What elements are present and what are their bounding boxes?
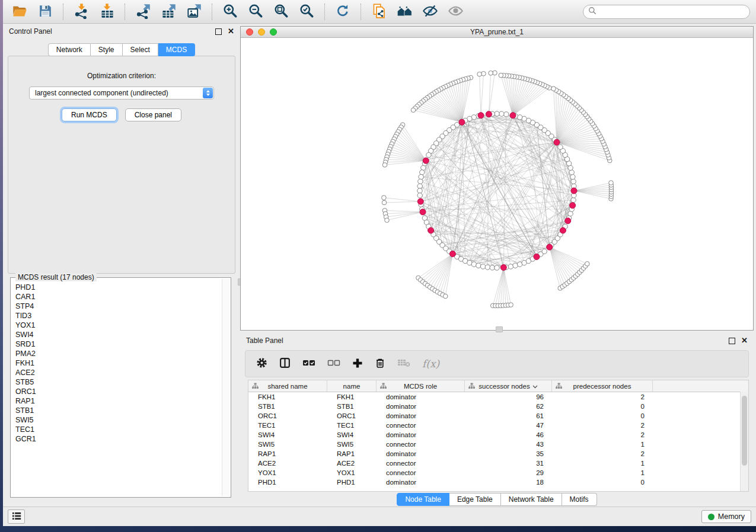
hub-node[interactable] [420,209,426,215]
fan-node[interactable] [509,303,513,307]
table-row[interactable]: RAP1RAP1dominator352 [248,449,748,459]
close-table-panel-icon[interactable]: ✕ [741,338,748,344]
fan-node[interactable] [443,294,448,299]
mcds-list-scrollbar[interactable] [222,279,229,496]
network-canvas[interactable] [241,37,753,330]
fan-node[interactable] [382,163,387,168]
mcds-result-item[interactable]: ACE2 [15,368,218,377]
fan-node[interactable] [411,108,416,113]
ring-node[interactable] [499,111,504,116]
table-row[interactable]: SWI5SWI5connector431 [248,440,748,449]
ring-node[interactable] [504,112,509,117]
import-table-button[interactable] [96,3,117,21]
fan-node[interactable] [382,196,387,200]
hub-node[interactable] [570,203,576,209]
hub-node[interactable] [571,188,577,194]
fan-node[interactable] [551,86,556,91]
column-header-MCDS-role[interactable]: MCDS role [377,380,465,392]
ring-node[interactable] [418,179,423,184]
mcds-result-item[interactable]: RAP1 [15,396,218,406]
close-window-icon[interactable] [246,28,253,36]
export-network-button[interactable] [132,3,154,21]
mcds-result-item[interactable]: STB1 [15,406,218,415]
zoom-out-button[interactable] [245,3,266,21]
ring-node[interactable] [570,174,575,179]
ring-node[interactable] [476,263,481,268]
hub-node[interactable] [565,218,571,224]
delete-column-button[interactable] [375,358,385,370]
close-panel-button[interactable]: Close panel [125,108,181,121]
hub-node[interactable] [510,113,516,118]
mcds-result-item[interactable]: STP4 [15,302,218,311]
mcds-result-item[interactable]: SWI5 [15,415,218,425]
hub-node[interactable] [478,113,484,118]
ring-node[interactable] [571,198,576,203]
table-scrollbar-thumb[interactable] [742,396,747,466]
ring-node[interactable] [569,170,574,175]
tab-select[interactable]: Select [123,43,158,56]
open-file-button[interactable] [9,3,30,21]
table-scrollbar[interactable] [740,392,748,491]
fan-node[interactable] [385,218,390,223]
ring-node[interactable] [480,264,485,269]
select-all-button[interactable] [302,358,315,370]
ring-node[interactable] [421,165,426,170]
fan-node[interactable] [382,200,387,205]
deselect-all-button[interactable] [327,358,340,370]
search-box[interactable] [583,5,750,19]
hide-selected-button[interactable] [419,3,441,21]
float-table-panel-icon[interactable] [729,338,735,344]
ring-node[interactable] [568,211,573,216]
ring-node[interactable] [571,179,576,184]
hub-node[interactable] [423,158,429,164]
table-row[interactable]: ACE2ACE2connector311 [248,459,748,468]
hub-node[interactable] [534,254,540,259]
zoom-in-button[interactable] [219,3,241,21]
open-session-houses-button[interactable] [394,3,415,21]
hub-node[interactable] [560,227,566,233]
hub-node[interactable] [554,139,560,145]
search-input[interactable] [599,7,745,17]
function-builder-button[interactable]: f(x) [422,358,439,370]
ring-node[interactable] [417,184,422,188]
close-panel-icon[interactable]: ✕ [228,28,234,34]
ring-node[interactable] [485,265,490,270]
network-window-titlebar[interactable]: YPA_prune.txt_1 [241,27,753,38]
table-row[interactable]: TEC1TEC1connector472 [248,421,748,430]
ring-node[interactable] [490,265,495,270]
hub-node[interactable] [428,227,434,233]
mcds-result-item[interactable]: SRD1 [15,339,218,349]
mcds-result-item[interactable]: FKH1 [15,358,218,368]
import-network-button[interactable] [71,3,92,21]
tab-mcds[interactable]: MCDS [158,43,195,56]
ring-node[interactable] [495,265,499,270]
fan-node[interactable] [477,72,482,76]
column-header-successor-nodes[interactable]: successor nodes [465,380,552,392]
tab-network[interactable]: Network [48,43,91,56]
show-columns-button[interactable] [279,357,291,370]
hub-node[interactable] [500,265,506,271]
ring-node[interactable] [495,111,499,116]
mcds-result-item[interactable]: TEC1 [15,425,218,434]
mcds-result-item[interactable]: STB5 [15,377,218,387]
zoom-fit-button[interactable] [270,3,292,21]
export-table-button[interactable] [158,3,179,21]
table-row[interactable]: SWI4SWI4dominator462 [248,430,748,440]
hub-node[interactable] [547,244,553,250]
hub-node[interactable] [486,111,492,117]
show-panels-button[interactable] [8,509,25,524]
ring-node[interactable] [513,263,518,268]
mcds-result-item[interactable]: GCR1 [15,434,218,444]
fan-node[interactable] [481,72,486,76]
show-all-button[interactable] [445,3,466,21]
ring-node[interactable] [471,262,476,267]
network-from-file-button[interactable] [368,3,390,21]
hub-node[interactable] [417,198,423,204]
ring-node[interactable] [420,170,425,175]
tab-motifs[interactable]: Motifs [562,493,597,506]
save-session-button[interactable] [34,3,56,21]
table-row[interactable]: YOX1YOX1connector291 [248,468,748,477]
fan-node[interactable] [609,181,614,185]
horizontal-splitter-handle[interactable] [496,326,503,332]
table-row[interactable]: STB1STB1dominator620 [248,402,748,411]
